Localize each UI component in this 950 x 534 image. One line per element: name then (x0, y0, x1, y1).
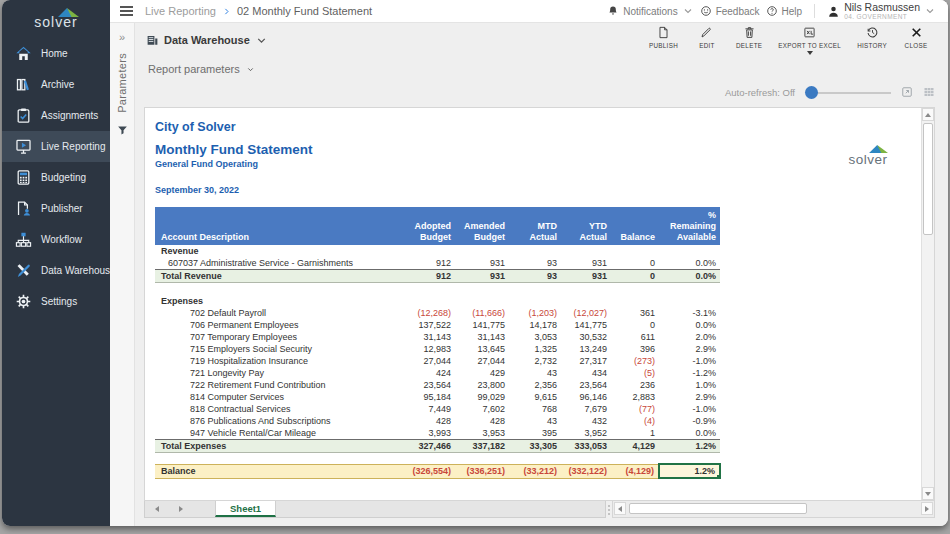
value-cell[interactable]: 93 (509, 270, 561, 283)
value-cell[interactable]: 3,953 (455, 427, 509, 440)
scroll-left-button[interactable] (614, 502, 626, 515)
row-label-cell[interactable]: 876 Publications And Subscriptions (155, 415, 395, 427)
value-cell[interactable]: 2,883 (611, 391, 659, 403)
value-cell[interactable]: 1.2% (659, 464, 720, 478)
notifications-button[interactable]: Notifications (607, 5, 693, 17)
sidebar-item-assignments[interactable]: Assignments (2, 100, 110, 131)
row-label-cell[interactable]: 721 Longevity Pay (155, 367, 395, 379)
history-button[interactable]: HISTORY (851, 24, 893, 51)
value-cell[interactable] (561, 295, 611, 307)
value-cell[interactable]: 2.0% (659, 331, 720, 343)
value-cell[interactable]: 31,143 (395, 331, 455, 343)
value-cell[interactable]: 99,029 (455, 391, 509, 403)
value-cell[interactable]: 7,449 (395, 403, 455, 415)
value-cell[interactable]: (5) (611, 367, 659, 379)
filter-icon[interactable] (117, 125, 128, 136)
value-cell[interactable]: -1.0% (659, 403, 720, 415)
value-cell[interactable]: 23,564 (561, 379, 611, 391)
value-cell[interactable]: -1.2% (659, 367, 720, 379)
value-cell[interactable]: 2,732 (509, 355, 561, 367)
help-button[interactable]: Help (766, 5, 803, 17)
sidebar-item-publisher[interactable]: Publisher (2, 193, 110, 224)
value-cell[interactable]: 0.0% (659, 270, 720, 283)
solver-logo[interactable]: solver (2, 0, 110, 32)
row-label-cell[interactable]: 706 Permanent Employees (155, 319, 395, 331)
expand-parameters-icon[interactable]: » (119, 31, 125, 43)
value-cell[interactable]: 611 (611, 331, 659, 343)
value-cell[interactable]: 0 (611, 270, 659, 283)
value-cell[interactable] (561, 245, 611, 257)
value-cell[interactable]: 0.0% (659, 427, 720, 440)
scroll-right-button[interactable] (921, 502, 933, 515)
row-label-cell[interactable]: 719 Hospitalization Insurance (155, 355, 395, 367)
value-cell[interactable]: 141,775 (455, 319, 509, 331)
value-cell[interactable]: 428 (455, 415, 509, 427)
sidebar-item-data-warehouse[interactable]: Data Warehouse (2, 255, 110, 286)
row-label-cell[interactable]: 707 Temporary Employees (155, 331, 395, 343)
row-label-cell[interactable]: 947 Vehicle Rental/Car Mileage (155, 427, 395, 440)
value-cell[interactable]: 912 (395, 257, 455, 270)
value-cell[interactable] (455, 295, 509, 307)
data-source-dropdown[interactable]: Data Warehouse (146, 34, 268, 47)
value-cell[interactable]: 2.9% (659, 343, 720, 355)
publish-button[interactable]: PUBLISH (643, 24, 684, 51)
scroll-down-button[interactable] (922, 487, 934, 500)
value-cell[interactable]: 2.9% (659, 391, 720, 403)
value-cell[interactable]: 429 (455, 367, 509, 379)
row-label-cell[interactable]: 814 Computer Services (155, 391, 395, 403)
popout-icon[interactable] (901, 86, 913, 98)
value-cell[interactable] (509, 295, 561, 307)
value-cell[interactable] (611, 245, 659, 257)
value-cell[interactable] (509, 245, 561, 257)
value-cell[interactable]: 2,356 (509, 379, 561, 391)
value-cell[interactable]: 3,993 (395, 427, 455, 440)
value-cell[interactable]: 1.2% (659, 439, 720, 452)
value-cell[interactable]: 43 (509, 415, 561, 427)
value-cell[interactable]: 396 (611, 343, 659, 355)
row-label-cell[interactable]: Total Expenses (155, 439, 395, 452)
value-cell[interactable]: 23,800 (455, 379, 509, 391)
value-cell[interactable]: 0.0% (659, 257, 720, 270)
value-cell[interactable]: -1.0% (659, 355, 720, 367)
value-cell[interactable]: 96,146 (561, 391, 611, 403)
value-cell[interactable] (455, 245, 509, 257)
value-cell[interactable]: 30,532 (561, 331, 611, 343)
export-to-excel-button[interactable]: EXPORT TO EXCEL (772, 24, 847, 57)
value-cell[interactable]: (77) (611, 403, 659, 415)
edit-button[interactable]: EDIT (688, 24, 726, 51)
tabs-scroll-left-button[interactable] (145, 501, 169, 517)
auto-refresh-slider[interactable] (805, 86, 891, 99)
menu-hamburger-icon[interactable] (120, 4, 133, 18)
value-cell[interactable]: 141,775 (561, 319, 611, 331)
row-label-cell[interactable]: 818 Contractual Services (155, 403, 395, 415)
value-cell[interactable]: 931 (561, 270, 611, 283)
value-cell[interactable] (395, 295, 455, 307)
value-cell[interactable]: (11,666) (455, 307, 509, 319)
value-cell[interactable]: 1,325 (509, 343, 561, 355)
value-cell[interactable] (395, 245, 455, 257)
value-cell[interactable]: 931 (561, 257, 611, 270)
value-cell[interactable]: 1 (611, 427, 659, 440)
value-cell[interactable]: (326,554) (395, 464, 455, 478)
breadcrumb-live-reporting[interactable]: Live Reporting (145, 5, 216, 17)
grid-view-icon[interactable] (923, 86, 935, 98)
vertical-scroll-thumb[interactable] (923, 123, 933, 235)
value-cell[interactable]: (12,268) (395, 307, 455, 319)
sidebar-item-workflow[interactable]: Workflow (2, 224, 110, 255)
value-cell[interactable]: 3,952 (561, 427, 611, 440)
sidebar-item-budgeting[interactable]: Budgeting (2, 162, 110, 193)
row-label-cell[interactable]: 715 Employers Social Security (155, 343, 395, 355)
sidebar-item-home[interactable]: Home (2, 38, 110, 69)
row-label-cell[interactable]: Expenses (155, 295, 395, 307)
row-label-cell[interactable]: 607037 Administrative Service - Garnishm… (155, 257, 395, 270)
value-cell[interactable]: (1,203) (509, 307, 561, 319)
value-cell[interactable]: 912 (395, 270, 455, 283)
sheet-tab[interactable]: Sheet1 (215, 501, 276, 517)
value-cell[interactable]: 3,053 (509, 331, 561, 343)
value-cell[interactable]: 23,564 (395, 379, 455, 391)
scroll-up-button[interactable] (922, 108, 934, 121)
horizontal-scroll-thumb[interactable] (629, 503, 807, 514)
value-cell[interactable]: (33,212) (509, 464, 561, 478)
value-cell[interactable]: 931 (455, 257, 509, 270)
value-cell[interactable]: (332,122) (561, 464, 611, 478)
